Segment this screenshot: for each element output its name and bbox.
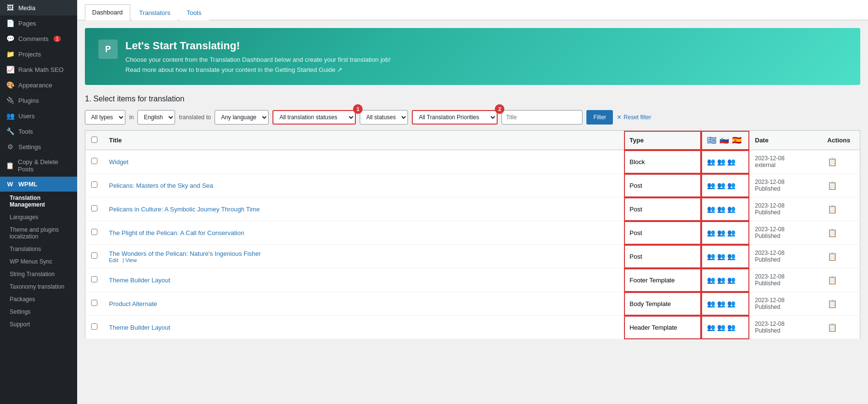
- comments-icon: 💬: [6, 35, 14, 42]
- trans-icon-2: 👥: [717, 300, 725, 307]
- sidebar-item-pages[interactable]: 📄 Pages: [0, 15, 77, 31]
- sidebar-item-tools[interactable]: 🔧 Tools: [0, 124, 77, 139]
- sidebar-item-rank-math-seo[interactable]: 📈 Rank Math SEO: [0, 62, 77, 77]
- row-checkbox-cell: [85, 221, 104, 245]
- sidebar-item-settings[interactable]: ⚙ Settings: [0, 139, 77, 154]
- copy-icon: 📋: [6, 162, 14, 169]
- row-title[interactable]: Product Alternate: [109, 300, 157, 307]
- reset-filter-button[interactable]: ✕ Reset filter: [617, 114, 651, 121]
- row-date-cell: 2023-12-08 Published: [749, 197, 822, 221]
- table-row: Pelicans in Culture: A Symbolic Journey …: [85, 197, 860, 221]
- table-body: Widget Block 👥 👥 👥 2023-12-08 external 📋…: [85, 150, 860, 339]
- sidebar-item-appearance[interactable]: 🎨 Appearance: [0, 77, 77, 93]
- title-filter[interactable]: [502, 110, 583, 125]
- trans-icon-2: 👥: [717, 252, 725, 260]
- tab-dashboard[interactable]: Dashboard: [85, 4, 130, 20]
- sidebar-item-translation-management[interactable]: Translation Management: [0, 192, 77, 211]
- action-icon-6[interactable]: 📋: [827, 276, 837, 284]
- row-type-cell: Block: [624, 150, 701, 174]
- action-icon-4[interactable]: 📋: [827, 229, 837, 237]
- row-title-cell: Theme Builder Layout: [103, 268, 624, 292]
- title-header[interactable]: Title: [103, 131, 624, 150]
- language-filter[interactable]: English: [137, 110, 175, 125]
- reset-label: Reset filter: [624, 114, 651, 121]
- sidebar-item-languages[interactable]: Languages: [0, 211, 77, 223]
- sidebar-item-copy-delete-posts[interactable]: 📋 Copy & Delete Posts: [0, 154, 77, 177]
- action-icon-5[interactable]: 📋: [827, 252, 837, 261]
- row-checkbox-cell: [85, 316, 104, 339]
- banner-description: Choose your content from the Translation…: [125, 56, 391, 63]
- users-icon: 👥: [6, 112, 14, 120]
- row-checkbox-2[interactable]: [91, 181, 97, 188]
- row-title[interactable]: Theme Builder Layout: [109, 277, 170, 284]
- row-lang-cell: 👥 👥 👥: [701, 150, 749, 174]
- trans-icon-1: 👥: [707, 276, 715, 284]
- action-icon-7[interactable]: 📋: [827, 300, 837, 308]
- trans-icon-1: 👥: [707, 158, 715, 166]
- trans-icon-3: 👥: [727, 300, 735, 307]
- sidebar-item-theme-plugins-localization[interactable]: Theme and plugins localization: [0, 223, 77, 243]
- row-title-cell: Product Alternate: [103, 292, 624, 316]
- sidebar-item-projects[interactable]: 📁 Projects: [0, 46, 77, 62]
- row-checkbox-8[interactable]: [91, 323, 97, 330]
- sidebar-item-support[interactable]: Support: [0, 318, 77, 331]
- sidebar-item-wpml[interactable]: W WPML: [0, 177, 77, 192]
- sidebar-item-label: Comments: [18, 35, 49, 42]
- row-title-cell: The Plight of the Pelican: A Call for Co…: [103, 221, 624, 245]
- action-icon-2[interactable]: 📋: [827, 181, 837, 190]
- all-statuses-filter[interactable]: All statuses: [360, 110, 408, 125]
- table-row: Theme Builder Layout Header Template 👥 👥…: [85, 316, 860, 339]
- edit-link[interactable]: Edit: [109, 257, 118, 263]
- row-checkbox-7[interactable]: [91, 300, 97, 306]
- sidebar-item-wp-menus-sync[interactable]: WP Menus Sync: [0, 255, 77, 268]
- action-icon-8[interactable]: 📋: [827, 323, 837, 332]
- row-checkbox-4[interactable]: [91, 229, 97, 235]
- date-header[interactable]: Date: [749, 131, 822, 150]
- row-title-cell: Widget: [103, 150, 624, 174]
- page-content: P Let's Start Translating! Choose your c…: [77, 20, 868, 404]
- settings-icon: ⚙: [6, 143, 14, 151]
- row-status: Published: [755, 304, 816, 310]
- sidebar-item-media[interactable]: 🖼 Media: [0, 0, 77, 15]
- row-type-cell: Post: [624, 197, 701, 221]
- row-checkbox-5[interactable]: [91, 252, 97, 259]
- trans-icon-3: 👥: [727, 323, 735, 331]
- row-checkbox-6[interactable]: [91, 276, 97, 282]
- flag-spanish: 🇪🇸: [732, 136, 742, 145]
- type-header[interactable]: Type: [624, 131, 701, 150]
- trans-icon-1: 👥: [707, 205, 715, 213]
- sidebar-item-string-translation[interactable]: String Translation: [0, 268, 77, 280]
- sidebar-item-comments[interactable]: 💬 Comments 1: [0, 31, 77, 46]
- sidebar-item-translations[interactable]: Translations: [0, 243, 77, 255]
- sidebar-item-plugins[interactable]: 🔌 Plugins: [0, 93, 77, 108]
- filter-button[interactable]: Filter: [586, 110, 613, 125]
- row-status: Published: [755, 209, 816, 216]
- action-icon-3[interactable]: 📋: [827, 205, 837, 213]
- row-title[interactable]: Widget: [109, 158, 128, 166]
- action-icon-1[interactable]: 📋: [827, 158, 837, 166]
- view-link[interactable]: View: [125, 257, 137, 263]
- any-language-filter[interactable]: Any language: [215, 110, 269, 125]
- row-title[interactable]: Pelicans in Culture: A Symbolic Journey …: [109, 206, 260, 213]
- row-title[interactable]: The Plight of the Pelican: A Call for Co…: [109, 229, 244, 237]
- wpml-label: WPML: [18, 181, 38, 188]
- row-date-cell: 2023-12-08 Published: [749, 245, 822, 268]
- sidebar-item-users[interactable]: 👥 Users: [0, 108, 77, 124]
- tab-tools[interactable]: Tools: [179, 5, 208, 20]
- sidebar-item-taxonomy-translation[interactable]: Taxonomy translation: [0, 280, 77, 293]
- select-all-checkbox[interactable]: [91, 137, 97, 143]
- sidebar-item-settings-wpml[interactable]: Settings: [0, 306, 77, 318]
- sidebar-item-packages[interactable]: Packages: [0, 293, 77, 306]
- row-title[interactable]: The Wonders of the Pelican: Nature's Ing…: [109, 250, 261, 257]
- row-title[interactable]: Theme Builder Layout: [109, 324, 170, 331]
- row-checkbox-1[interactable]: [91, 158, 97, 164]
- row-actions-cell: 📋: [822, 221, 860, 245]
- banner-link[interactable]: Read more about how to translate your co…: [125, 66, 391, 73]
- all-priorities-filter[interactable]: All Translation Priorities: [412, 110, 498, 125]
- row-title[interactable]: Pelicans: Masters of the Sky and Sea: [109, 182, 213, 189]
- row-checkbox-3[interactable]: [91, 205, 97, 211]
- translation-statuses-filter[interactable]: All translation statuses: [272, 110, 356, 125]
- tab-translators[interactable]: Translators: [132, 5, 178, 20]
- row-title-cell: Pelicans: Masters of the Sky and Sea: [103, 174, 624, 197]
- type-filter[interactable]: All types: [85, 110, 125, 125]
